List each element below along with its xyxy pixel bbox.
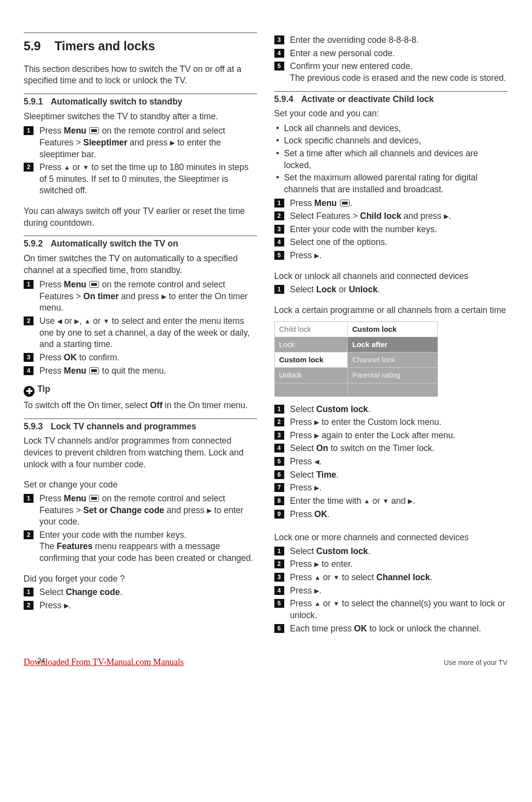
steps-591: Press Menu on the remote control and sel… bbox=[24, 125, 257, 197]
left-column: 5.9Timers and locks This section describ… bbox=[24, 30, 257, 636]
down-icon: ▼ bbox=[83, 164, 89, 171]
menu-icon bbox=[89, 127, 99, 134]
footer-right: Use more of your TV bbox=[444, 658, 507, 667]
steps-592: Press Menu on the remote control and sel… bbox=[24, 279, 257, 377]
page-footer: Dow24nloaded From TV-Manual.com Manuals … bbox=[24, 656, 507, 668]
sub-591: 5.9.1Automatically switch to standby bbox=[24, 96, 257, 108]
right-icon: ▶ bbox=[170, 139, 175, 146]
menu-icon bbox=[340, 200, 350, 207]
tip-box: ✚Tip bbox=[24, 384, 257, 397]
steps-forgot-cont: Enter the overriding code 8-8-8-8. Enter… bbox=[274, 35, 508, 84]
right-column: Enter the overriding code 8-8-8-8. Enter… bbox=[274, 30, 508, 636]
download-link[interactable]: Dow24nloaded From TV-Manual.com Manuals bbox=[24, 656, 184, 668]
steps-lockmore: Select Custom lock. Press ▶ to enter. Pr… bbox=[274, 546, 508, 634]
sub-592: 5.9.2Automatically switch the TV on bbox=[24, 238, 257, 250]
up-icon: ▲ bbox=[64, 164, 70, 171]
bullets-594: Lock all channels and devices, Lock spec… bbox=[274, 123, 508, 196]
steps-customlock: Select Custom lock. Press ▶ to enter the… bbox=[274, 404, 508, 521]
menu-icon bbox=[89, 367, 99, 374]
menu-icon bbox=[89, 281, 99, 288]
sub-594: 5.9.4Activate or deactivate Child lock bbox=[274, 94, 508, 105]
menu-icon bbox=[89, 495, 99, 502]
steps-lockunlock: Select Lock or Unlock. bbox=[274, 284, 508, 296]
tip-icon: ✚ bbox=[24, 386, 34, 397]
section-title: 5.9Timers and locks bbox=[24, 38, 257, 55]
intro-text: This section describes how to switch the… bbox=[24, 64, 257, 87]
sub-593: 5.9.3Lock TV channels and programmes bbox=[24, 421, 257, 433]
steps-594: Press Menu . Select Features > Child loc… bbox=[274, 198, 508, 262]
steps-forgot: Select Change code. Press ▶. bbox=[24, 587, 257, 611]
steps-setcode: Press Menu on the remote control and sel… bbox=[24, 493, 257, 564]
childlock-menu-table: Child lock Lock Custom lock Unlock Custo… bbox=[274, 321, 438, 397]
